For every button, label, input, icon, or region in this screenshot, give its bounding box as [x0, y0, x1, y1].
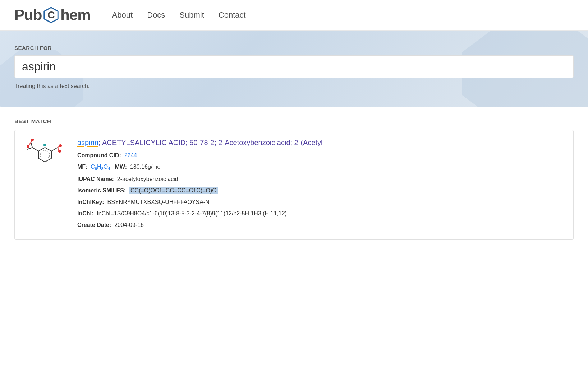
create-date-row: Create Date: 2004-09-16 [77, 221, 565, 229]
svg-marker-1 [38, 148, 51, 162]
nav-docs[interactable]: Docs [147, 10, 165, 20]
result-name-rest: ; ACETYLSALICYLIC ACID; 50-78-2; 2-Aceto… [98, 139, 323, 146]
iupac-row: IUPAC Name: 2-acetyloxybenzoic acid [77, 175, 565, 183]
inchikey-row: InChIKey: BSYNRYMUTXBXSQ-UHFFFAOYSA-N [77, 198, 565, 206]
mw-label: MW: [115, 164, 127, 170]
result-name-aspirin[interactable]: aspirin [77, 139, 98, 146]
search-input-wrapper [14, 55, 574, 78]
inchikey-value: BSYNRYMUTXBXSQ-UHFFFAOYSA-N [107, 199, 210, 205]
logo-hem: hem [60, 6, 90, 24]
mf-value[interactable]: C9H8O4 [91, 164, 110, 170]
compound-cid-row: Compound CID: 2244 [77, 151, 565, 160]
nav-submit[interactable]: Submit [179, 10, 204, 20]
inchi-label: InChI: [77, 210, 93, 217]
search-section: SEARCH FOR Treating this as a text searc… [0, 31, 588, 107]
logo-c-hex-wrapper: C [42, 6, 60, 24]
create-date-label: Create Date: [77, 222, 111, 228]
search-input[interactable] [22, 60, 566, 73]
search-hint: Treating this as a text search. [14, 83, 574, 89]
svg-line-6 [28, 142, 31, 146]
inchi-row: InChI: InChI=1S/C9H8O4/c1-6(10)13-8-5-3-… [77, 209, 565, 218]
mf-row: MF: C9H8O4 MW: 180.16g/mol [77, 163, 565, 172]
compound-cid-value[interactable]: 2244 [124, 152, 137, 158]
svg-line-3 [32, 148, 38, 151]
svg-line-10 [51, 148, 58, 151]
nav-contact[interactable]: Contact [219, 10, 246, 20]
results-label: BEST MATCH [14, 118, 574, 124]
mf-label: MF: [77, 164, 87, 170]
result-title: aspirin; ACETYLSALICYLIC ACID; 50-78-2; … [77, 138, 565, 148]
results-section: BEST MATCH [0, 107, 588, 251]
inchikey-label: InChIKey: [77, 199, 104, 205]
mw-value: 180.16g/mol [130, 164, 162, 170]
search-label: SEARCH FOR [14, 45, 574, 51]
svg-marker-2 [41, 150, 49, 159]
logo-c-letter: C [47, 9, 55, 21]
create-date-value: 2004-09-16 [114, 222, 144, 228]
smiles-row: Isomeric SMILES: CC(=O)OC1=CC=CC=C1C(=O)… [77, 186, 565, 195]
logo-pub: Pub [14, 6, 42, 24]
svg-line-4 [31, 142, 32, 148]
header: Pub C hem About Docs Submit Contact [0, 0, 588, 31]
inchi-value: InChI=1S/C9H8O4/c1-6(10)13-8-5-3-2-4-7(8… [97, 210, 287, 217]
iupac-label: IUPAC Name: [77, 176, 114, 182]
main-nav: About Docs Submit Contact [112, 10, 246, 20]
nav-about[interactable]: About [112, 10, 133, 20]
molecule-image [23, 138, 66, 177]
smiles-value: CC(=O)OC1=CC=CC=C1C(=O)O [129, 187, 218, 194]
iupac-value: 2-acetyloxybenzoic acid [117, 176, 178, 182]
result-info: aspirin; ACETYLSALICYLIC ACID; 50-78-2; … [77, 138, 565, 232]
smiles-label: Isomeric SMILES: [77, 187, 126, 194]
result-card: aspirin; ACETYLSALICYLIC ACID; 50-78-2; … [14, 130, 574, 240]
logo: Pub C hem [14, 6, 91, 24]
compound-cid-label: Compound CID: [77, 152, 121, 158]
aspirin-molecule-svg [24, 139, 66, 176]
svg-point-15 [43, 144, 46, 146]
